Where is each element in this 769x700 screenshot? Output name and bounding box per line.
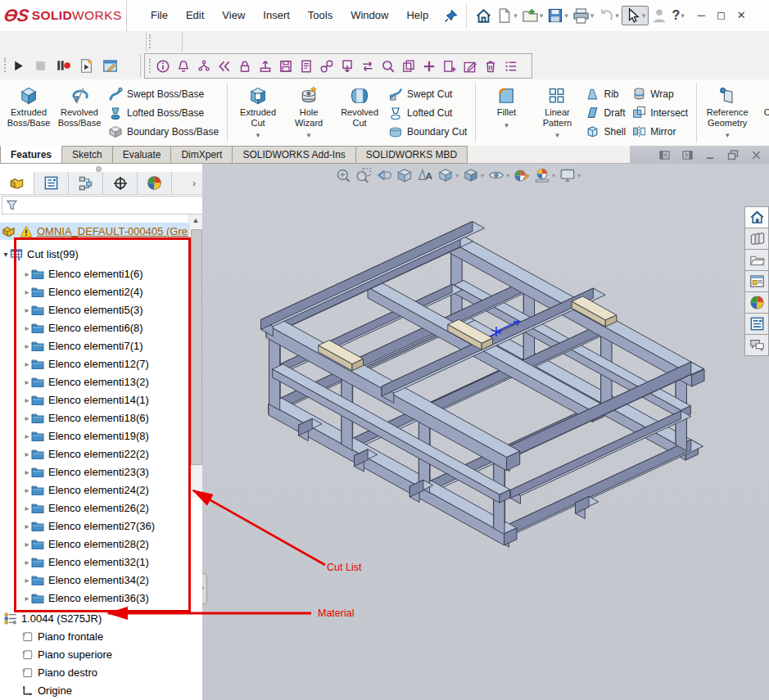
chevron-down-icon[interactable]: ▾ [540, 11, 544, 20]
previous-view-button[interactable] [376, 167, 392, 183]
display-style-button[interactable]: ▾ [463, 167, 484, 183]
pdm-check-in-button[interactable] [257, 58, 274, 75]
tree-item-elenco-elementi6-8-[interactable]: ▸Elenco elementi6(8) [0, 319, 210, 336]
chevron-down-icon[interactable]: ▾ [307, 131, 311, 139]
pdm-edit-button[interactable] [462, 58, 478, 75]
user-button[interactable] [649, 6, 669, 25]
chevron-down-icon[interactable]: ▾ [256, 131, 260, 139]
menu-edit[interactable]: Edit [177, 0, 213, 31]
fillet-button[interactable]: Fillet▾ [481, 81, 532, 144]
menu-view[interactable]: View [213, 0, 254, 31]
pdm-info-button[interactable] [155, 58, 171, 75]
toolbar-grip[interactable] [4, 58, 6, 72]
task-pane-tab-view-palette[interactable] [744, 270, 769, 291]
tree-scrollbar[interactable]: ▲ [188, 215, 202, 498]
rib-button[interactable]: Rib [586, 85, 626, 102]
menu-file[interactable]: File [142, 0, 177, 31]
scrollbar-up-arrow[interactable]: ▲ [189, 216, 202, 224]
pdm-delete-button[interactable] [482, 58, 499, 75]
task-pane-tab-custom-properties[interactable] [744, 313, 769, 334]
tree-item-elenco-elementi34-2-[interactable]: ▸Elenco elementi34(2) [0, 571, 210, 589]
undo-button[interactable]: ▾ [596, 6, 621, 25]
filter-icon[interactable] [6, 199, 18, 211]
tree-expander[interactable]: ▸ [23, 305, 31, 314]
linear-pattern-button[interactable]: LinearPattern▾ [532, 81, 582, 144]
extrude-boss-button[interactable]: ExtrudedBoss/Base [3, 81, 54, 144]
tree-item-elenco-elementi24-2-[interactable]: ▸Elenco elementi24(2) [0, 481, 210, 499]
tree-expander[interactable]: ▸ [23, 558, 31, 567]
pdm-swap-button[interactable] [360, 58, 376, 75]
chevron-down-icon[interactable]: ▾ [504, 121, 509, 129]
tab-sketch[interactable]: Sketch [62, 146, 113, 164]
tree-expander[interactable]: ▸ [23, 341, 31, 350]
task-pane-tab-home[interactable] [744, 206, 769, 228]
tree-expander[interactable]: ▸ [23, 287, 31, 296]
tree-item-elenco-elementi18-6-[interactable]: ▸Elenco elementi18(6) [0, 409, 210, 427]
chevron-down-icon[interactable]: ▾ [552, 172, 555, 179]
tree-item-elenco-elementi19-8-[interactable]: ▸Elenco elementi19(8) [0, 427, 210, 445]
draft-button[interactable]: Draft [586, 104, 626, 121]
tree-item-elenco-elementi23-3-[interactable]: ▸Elenco elementi23(3) [0, 463, 210, 481]
menu-window[interactable]: Window [342, 0, 397, 31]
tree-expander[interactable]: ▾ [2, 250, 10, 259]
pane-right-button[interactable] [681, 149, 694, 160]
pushpin-icon[interactable] [444, 9, 458, 23]
open-button[interactable]: ▾ [520, 6, 545, 26]
pdm-version-tree-button[interactable] [196, 58, 212, 75]
pdm-add-file-button[interactable] [441, 58, 458, 75]
tree-item-elenco-elementi32-1-[interactable]: ▸Elenco elementi32(1) [0, 553, 210, 571]
play-button[interactable] [11, 59, 25, 73]
tree-expander[interactable]: ▸ [23, 485, 31, 495]
tree-item-root[interactable]: OMNIA_DEFAULT-000405 (Grezzo- [0, 223, 189, 240]
tree-item-elenco-elementi5-3-[interactable]: ▸Elenco elementi5(3) [0, 301, 210, 318]
tree-item-piano-destro[interactable]: Piano destro [0, 664, 209, 681]
pdm-notifications-button[interactable] [175, 58, 192, 75]
reference-geometry-button[interactable]: ReferenceGeometry▾ [702, 81, 753, 144]
tree-expander[interactable]: ▸ [23, 594, 31, 603]
stop-button[interactable] [34, 59, 47, 73]
maximize-button[interactable]: ◻ [717, 0, 726, 31]
help-button[interactable]: ?▾ [670, 7, 685, 25]
extrude-cut-button[interactable]: ExtrudedCut▾ [233, 81, 283, 144]
pane-left-button[interactable] [658, 149, 671, 160]
tree-expander[interactable]: ▸ [23, 504, 31, 513]
revolve-boss-button[interactable]: RevolvedBoss/Base [54, 81, 105, 144]
chevron-down-icon[interactable]: ▾ [455, 172, 459, 179]
shell-button[interactable]: Shell [586, 123, 626, 140]
tree-item-elenco-elementi1-6-[interactable]: ▸Elenco elementi1(6) [0, 265, 210, 282]
doc-restore-button[interactable] [726, 149, 740, 160]
loft-boss-button[interactable]: Lofted Boss/Base [108, 104, 219, 121]
panel-splitter-handle[interactable] [202, 573, 207, 604]
tree-item-elenco-elementi28-2-[interactable]: ▸Elenco elementi28(2) [0, 535, 210, 553]
tree-expander[interactable]: ▸ [23, 269, 31, 278]
pause-record-button[interactable] [56, 58, 70, 73]
annotation-view-button[interactable]: A [417, 167, 433, 183]
scrollbar-thumb[interactable] [191, 229, 202, 465]
fm-tab-propertymanager[interactable] [34, 172, 69, 194]
toolbar-grip[interactable] [149, 59, 151, 73]
chevron-down-icon[interactable]: ▾ [481, 172, 484, 179]
chevron-down-icon[interactable]: ▾ [513, 11, 518, 20]
pdm-checkout-button[interactable] [237, 58, 253, 75]
tree-expander[interactable]: ▸ [23, 522, 31, 531]
tree-expander[interactable]: ▸ [23, 359, 31, 368]
pdm-copy-link-button[interactable] [319, 58, 335, 75]
menu-help[interactable]: Help [397, 0, 437, 31]
task-pane-tab-design-library[interactable] [744, 228, 769, 249]
tree-item-elenco-elementi13-2-[interactable]: ▸Elenco elementi13(2) [0, 373, 210, 391]
new-document-button[interactable]: ▾ [495, 6, 519, 25]
tree-item-material[interactable]: 1.0044 (S275JR) [0, 610, 191, 627]
tree-filter-box[interactable] [2, 196, 203, 215]
pdm-add-button[interactable] [421, 58, 437, 75]
chevron-down-icon[interactable]: ▾ [506, 172, 509, 179]
panel-grip[interactable] [96, 166, 102, 172]
chevron-down-icon[interactable]: ▾ [642, 11, 646, 20]
tree-expander[interactable]: ▸ [23, 431, 31, 440]
tree-item-elenco-elementi12-7-[interactable]: ▸Elenco elementi12(7) [0, 355, 210, 373]
tab-dimxpert[interactable]: DimXpert [171, 146, 233, 164]
menu-tools[interactable]: Tools [299, 0, 342, 31]
pdm-undo-checkout-button[interactable] [216, 58, 233, 75]
wrap-button[interactable]: Wrap [632, 85, 688, 102]
tree-expander[interactable]: ▸ [23, 395, 31, 404]
tab-evaluate[interactable]: Evaluate [113, 146, 172, 164]
